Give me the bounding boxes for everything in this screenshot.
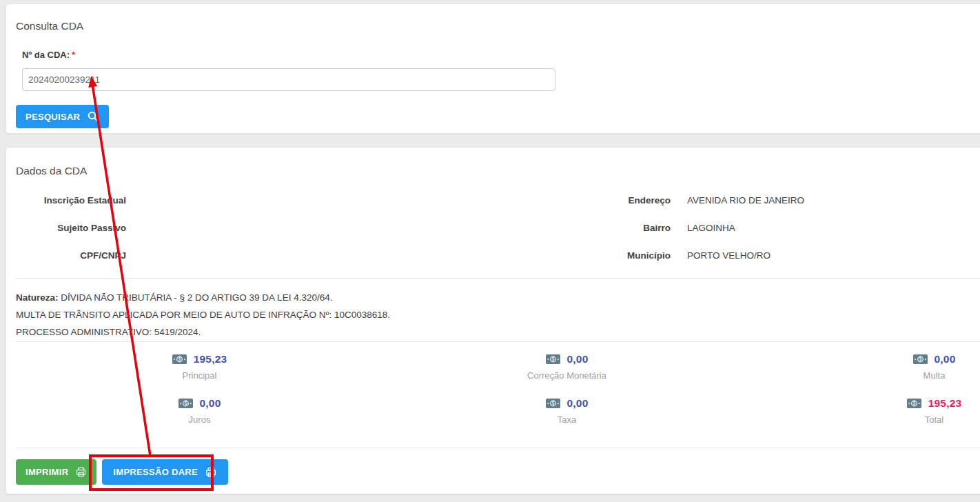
printer-icon: [75, 466, 87, 478]
value-amount: 0,00: [200, 397, 221, 410]
field-cpf-cnpj: CPF/CNPJ: [16, 250, 560, 278]
value-amount: 195,23: [194, 353, 227, 365]
svg-text:$: $: [551, 357, 554, 361]
pesquisar-button-label: PESQUISAR: [25, 112, 80, 122]
divider: [16, 278, 980, 279]
natureza-label: Natureza:: [16, 292, 59, 303]
field-bairro: Bairro LAGOINHA: [560, 223, 980, 250]
money-icon: $: [913, 354, 928, 364]
cda-number-input[interactable]: [22, 68, 555, 91]
pesquisar-button[interactable]: PESQUISAR: [16, 105, 109, 128]
value-label: Taxa: [383, 414, 751, 425]
value-amount: 0,00: [567, 397, 589, 410]
field-inscricao-estadual: Inscrição Estadual: [16, 195, 560, 223]
field-label: Município: [560, 250, 671, 261]
field-endereco: Endereço AVENIDA RIO DE JANEIRO: [560, 195, 980, 223]
field-label: Endereço: [560, 195, 671, 206]
svg-text:$: $: [184, 401, 187, 405]
value-principal: $ 195,23 Principal: [16, 353, 383, 381]
value-label: Multa: [751, 370, 980, 381]
money-icon: $: [178, 399, 193, 408]
money-icon: $: [546, 354, 560, 364]
svg-text:$: $: [178, 357, 181, 361]
value-amount: 0,00: [935, 353, 956, 365]
impressao-dare-button-label: IMPRESSÃO DARE: [113, 467, 198, 477]
printer-icon: [205, 466, 217, 479]
value-amount: 0,00: [567, 353, 589, 365]
value-total: $ 195,23 Total: [751, 397, 980, 425]
divider: [16, 448, 980, 448]
field-label: Inscrição Estadual: [16, 195, 126, 206]
cda-values-summary: $ 195,23 Principal $: [16, 353, 980, 425]
svg-text:$: $: [551, 401, 554, 405]
money-icon: $: [172, 354, 187, 364]
value-taxa: $ 0,00 Taxa: [383, 397, 751, 425]
dados-cda-card: Dados da CDA Inscrição Estadual Endereço…: [6, 147, 980, 494]
divider: [16, 341, 980, 342]
field-label: Bairro: [560, 223, 671, 234]
value-label: Total: [751, 414, 980, 425]
search-icon: [87, 110, 99, 123]
svg-text:$: $: [919, 357, 921, 361]
money-icon: $: [907, 399, 921, 408]
value-multa: $ 0,00 Multa: [751, 353, 980, 381]
field-municipio: Município PORTO VELHO/RO: [560, 250, 980, 278]
imprimir-button[interactable]: IMPRIMIR: [16, 459, 96, 485]
value-label: Juros: [16, 414, 383, 425]
value-juros: $ 0,00 Juros: [16, 397, 383, 425]
value-label: Principal: [16, 370, 383, 381]
field-value: AVENIDA RIO DE JANEIRO: [687, 195, 804, 206]
impressao-dare-button[interactable]: IMPRESSÃO DARE: [102, 459, 228, 485]
natureza-line-1: Natureza: DÍVIDA NÃO TRIBUTÁRIA - § 2 DO…: [16, 289, 980, 306]
consulta-card-title: Consulta CDA: [16, 19, 980, 32]
required-asterisk: *: [72, 50, 75, 60]
imprimir-button-label: IMPRIMIR: [25, 467, 68, 477]
field-value: PORTO VELHO/RO: [687, 250, 770, 261]
consulta-cda-card: Consulta CDA Nº da CDA:* PESQUISAR: [6, 3, 980, 134]
actions-row: IMPRIMIR IMPRESSÃO DARE: [16, 459, 980, 485]
cda-number-label: Nº da CDA:*: [22, 50, 980, 60]
money-icon: $: [546, 399, 560, 408]
natureza-line-3: PROCESSO ADMINISTRATIVO: 5419/2024.: [16, 323, 980, 341]
value-amount: 195,23: [928, 397, 962, 410]
cda-fields: Inscrição Estadual Endereço AVENIDA RIO …: [16, 195, 980, 278]
natureza-line-2: MULTA DE TRÂNSITO APLICADA POR MEIO DE A…: [16, 306, 980, 323]
field-value: LAGOINHA: [687, 223, 735, 234]
dados-card-title: Dados da CDA: [16, 164, 980, 177]
natureza-text: Natureza: DÍVIDA NÃO TRIBUTÁRIA - § 2 DO…: [16, 289, 980, 341]
svg-text:$: $: [912, 401, 915, 405]
value-label: Correção Monetária: [383, 370, 751, 381]
field-label: CPF/CNPJ: [16, 250, 126, 261]
field-sujeito-passivo: Sujeito Passivo: [16, 223, 560, 250]
field-label: Sujeito Passivo: [16, 223, 126, 234]
value-correcao-monetaria: $ 0,00 Correção Monetária: [383, 353, 751, 381]
